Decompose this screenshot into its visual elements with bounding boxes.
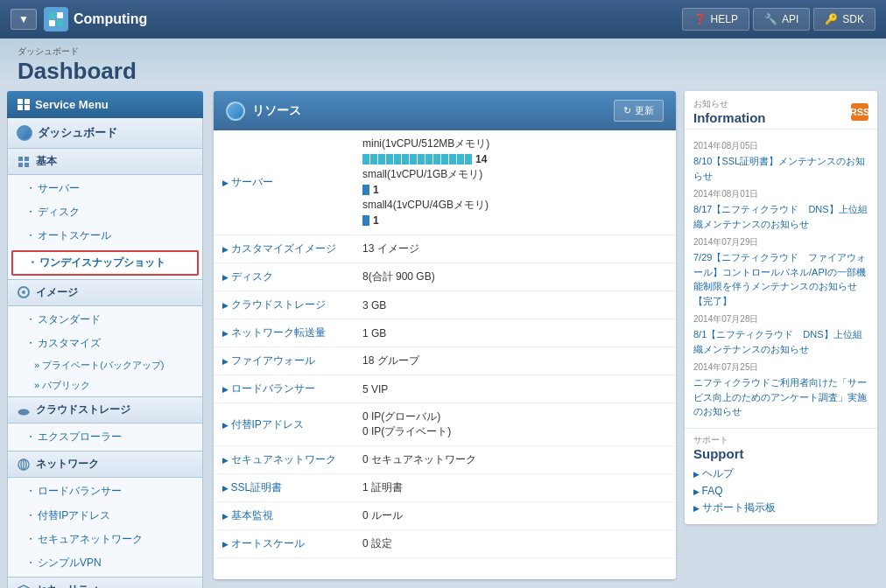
info-link-4[interactable]: 8/1【ニフティクラウド DNS】上位組織メンテナンスのお知らせ — [693, 327, 868, 356]
sidebar-section-header-cloud-storage[interactable]: クラウドストレージ — [7, 397, 203, 424]
support-link-faq[interactable]: FAQ — [693, 485, 868, 497]
sidebar-item-load-balancer[interactable]: ロードバランサー — [8, 480, 202, 503]
topbar-right: ❓ HELP 🔧 API 🔑 SDK — [682, 8, 875, 31]
breadcrumb: ダッシュボード — [18, 46, 137, 58]
table-row: 基本監視 0 ルール — [214, 502, 676, 530]
info-link-2[interactable]: 8/17【ニフティクラウド DNS】上位組織メンテナンスのお知らせ — [693, 202, 868, 231]
table-row: オートスケール 0 設定 — [214, 530, 676, 558]
refresh-button[interactable]: ↻ 更新 — [614, 100, 664, 122]
sidebar-section-header-kihon[interactable]: 基本 — [7, 149, 203, 175]
resource-value-ssl: 1 証明書 — [354, 474, 676, 502]
rss-icon[interactable]: RSS — [851, 103, 868, 121]
dropdown-arrow-icon: ▼ — [18, 13, 29, 25]
information-title: Information — [693, 110, 766, 125]
resource-value-disk: 8(合計 900 GB) — [354, 263, 676, 291]
resource-name-disk[interactable]: ディスク — [214, 263, 354, 291]
svg-rect-0 — [18, 157, 23, 161]
info-panel: お知らせ Information RSS 2014年08月05日 8/10【SS… — [685, 91, 877, 579]
sidebar-item-secure-network[interactable]: セキュアネットワーク — [8, 528, 202, 551]
logo-sq-1 — [49, 12, 55, 18]
api-icon: 🔧 — [764, 13, 777, 25]
service-menu-label: Service Menu — [35, 98, 109, 111]
svg-rect-3 — [25, 163, 29, 167]
logo-sq-3 — [49, 20, 55, 26]
info-link-5[interactable]: ニフティクラウドご利用者向けた「サービス向上のためのアンケート調査」実施のお知ら… — [693, 375, 868, 419]
sidebar-items-image: スタンダード カスタマイズ プライベート(バックアップ) パブリック — [7, 306, 203, 397]
sidebar-item-customize[interactable]: カスタマイズ — [8, 332, 202, 355]
resource-value-server: mini(1vCPU/512MBメモリ) — [354, 130, 676, 235]
svg-point-5 — [22, 290, 25, 294]
resources-title: リソース — [226, 102, 301, 121]
help-button[interactable]: ❓ HELP — [682, 8, 749, 31]
sidebar-item-server[interactable]: サーバー — [8, 177, 202, 200]
support-link-board[interactable]: サポート掲示板 — [693, 500, 868, 515]
sidebar-item-autoscale[interactable]: オートスケール — [8, 224, 202, 248]
support-title: Support — [693, 446, 868, 461]
sdk-button[interactable]: 🔑 SDK — [813, 8, 875, 31]
resources-table: サーバー mini(1vCPU/512MBメモリ) — [214, 130, 676, 558]
resource-name-cloud-storage[interactable]: クラウドストレージ — [214, 291, 354, 319]
sidebar-section-header-security[interactable]: セキュリティ — [7, 578, 203, 588]
resources-header: リソース ↻ 更新 — [214, 91, 676, 130]
resource-value-floating-ip: 0 IP(グローバル) 0 IP(プライベート) — [354, 403, 676, 446]
information-section: お知らせ Information RSS 2014年08月05日 8/10【SS… — [685, 91, 877, 524]
sidebar-items-cloud-storage: エクスプローラー — [7, 424, 203, 452]
sidebar-item-oneday-snapshot[interactable]: ワンデイスナップショット — [11, 250, 199, 276]
information-label: お知らせ — [693, 98, 766, 110]
table-row: カスタマイズイメージ 13 イメージ — [214, 235, 676, 263]
resource-name-monitoring[interactable]: 基本監視 — [214, 502, 354, 530]
menu-grid-icon — [18, 99, 30, 111]
resource-value-firewall: 18 グループ — [354, 347, 676, 375]
info-link-1[interactable]: 8/10【SSL証明書】メンテナンスのお知らせ — [693, 154, 868, 183]
sidebar-item-disk[interactable]: ディスク — [8, 200, 202, 224]
sidebar-section-header-image[interactable]: イメージ — [7, 280, 203, 306]
resource-value-cloud-storage: 3 GB — [354, 291, 676, 319]
resource-name-custom-image[interactable]: カスタマイズイメージ — [214, 235, 354, 263]
sidebar-section-cloud-storage: クラウドストレージ エクスプローラー — [7, 397, 203, 452]
page-title: Dashboard — [18, 58, 137, 85]
sidebar-item-public[interactable]: パブリック — [8, 375, 202, 396]
svg-rect-1 — [25, 157, 29, 161]
table-row: ファイアウォール 18 グループ — [214, 347, 676, 375]
app-logo: Computing — [44, 7, 147, 32]
table-row: セキュアネットワーク 0 セキュアネットワーク — [214, 446, 676, 474]
sidebar-section-header-network[interactable]: ネットワーク — [7, 452, 203, 478]
resource-name-autoscale[interactable]: オートスケール — [214, 530, 354, 558]
network-icon — [17, 458, 31, 472]
service-menu-header: Service Menu — [7, 91, 203, 118]
sidebar-item-floating-ip[interactable]: 付替IPアドレス — [8, 504, 202, 528]
sidebar-items-kihon: サーバー ディスク オートスケール ワンデイスナップショット — [7, 175, 203, 280]
resource-value-custom-image: 13 イメージ — [354, 235, 676, 263]
resource-name-network-transfer[interactable]: ネットワーク転送量 — [214, 319, 354, 347]
sidebar-item-standard[interactable]: スタンダード — [8, 308, 202, 332]
sidebar-section-network: ネットワーク ロードバランサー 付替IPアドレス セキュアネットワーク シンプル… — [7, 452, 203, 578]
sidebar-item-explorer[interactable]: エクスプローラー — [8, 425, 202, 449]
svg-rect-2 — [18, 163, 23, 167]
resource-name-server[interactable]: サーバー — [214, 130, 354, 235]
api-button[interactable]: 🔧 API — [753, 8, 810, 31]
info-link-3[interactable]: 7/29【ニフティクラウド ファイアウォール】コントロールパネル/APIの一部機… — [693, 250, 868, 308]
resource-value-monitoring: 0 ルール — [354, 502, 676, 530]
sidebar-item-simple-vpn[interactable]: シンプルVPN — [8, 551, 202, 575]
resource-name-secure-network[interactable]: セキュアネットワーク — [214, 446, 354, 474]
table-row: 付替IPアドレス 0 IP(グローバル) 0 IP(プライベート) — [214, 403, 676, 446]
dashboard-icon — [17, 125, 32, 141]
app-switcher-dropdown[interactable]: ▼ — [11, 9, 37, 30]
page-header: ダッシュボード Dashboard — [0, 38, 154, 92]
main-content: リソース ↻ 更新 サーバー mini(1vCPU/512MBメモリ) — [210, 38, 886, 588]
image-icon — [17, 285, 31, 299]
resource-name-floating-ip[interactable]: 付替IPアドレス — [214, 403, 354, 446]
logo-sq-4 — [57, 20, 63, 26]
dashboard-label: ダッシュボード — [38, 125, 117, 141]
resource-name-ssl[interactable]: SSL証明書 — [214, 474, 354, 502]
resource-name-firewall[interactable]: ファイアウォール — [214, 347, 354, 375]
sidebar-item-dashboard[interactable]: ダッシュボード — [7, 118, 203, 149]
support-link-help[interactable]: ヘルプ — [693, 466, 868, 481]
information-header: お知らせ Information RSS — [685, 91, 877, 130]
info-date-2: 2014年08月01日 — [693, 188, 868, 200]
sidebar: Service Menu ダッシュボード 基本 サーバー ディスク オートスケー… — [0, 38, 210, 588]
info-date-3: 2014年07月29日 — [693, 236, 868, 248]
info-date-1: 2014年08月05日 — [693, 140, 868, 152]
resource-name-load-balancer[interactable]: ロードバランサー — [214, 375, 354, 403]
sidebar-item-private-backup[interactable]: プライベート(バックアップ) — [8, 355, 202, 375]
